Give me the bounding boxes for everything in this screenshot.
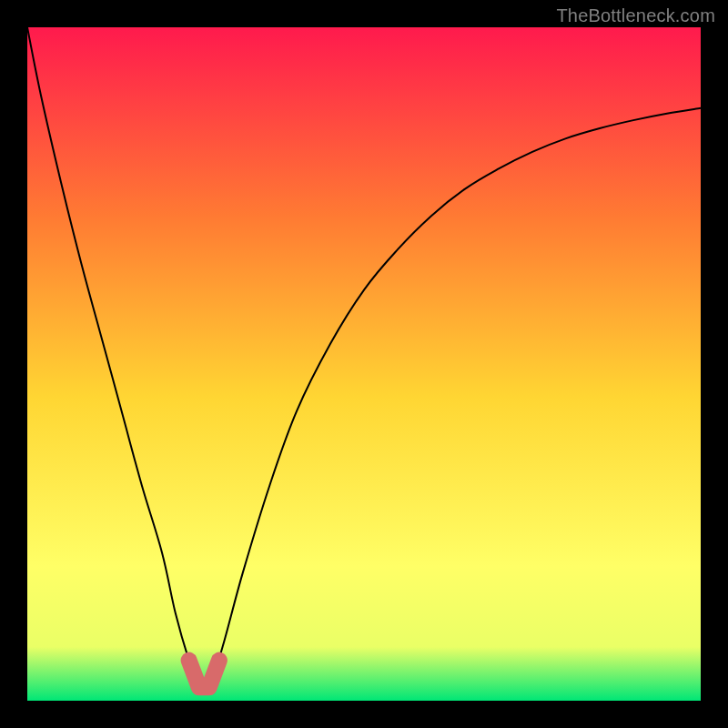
chart-svg <box>27 27 701 701</box>
chart-frame: TheBottleneck.com <box>0 0 728 728</box>
chart-plot <box>27 27 701 701</box>
watermark-text: TheBottleneck.com <box>556 5 715 26</box>
